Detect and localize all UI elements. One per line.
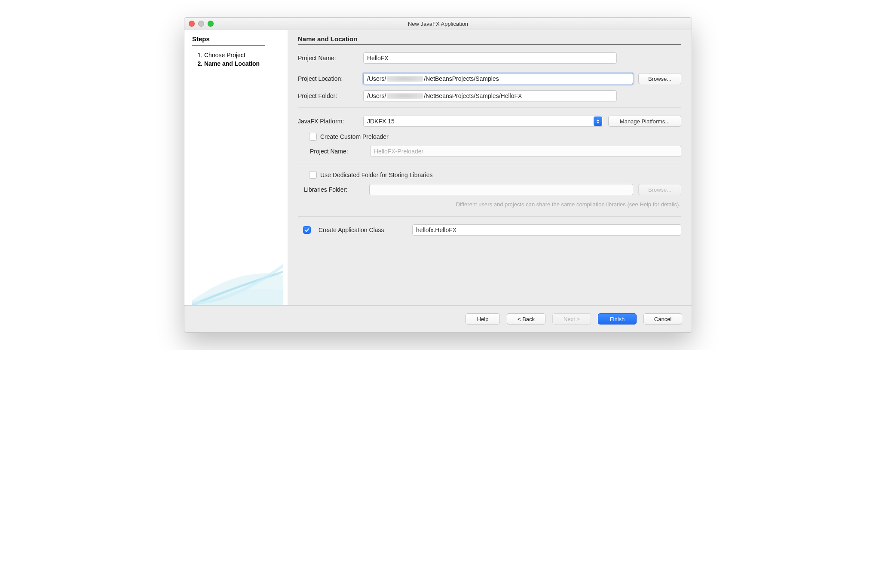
project-folder-display: /Users/ /NetBeansProjects/Samples/HelloF…: [363, 90, 617, 101]
label-project-folder: Project Folder:: [298, 92, 358, 99]
create-app-class-checkbox[interactable]: [303, 226, 311, 234]
dedicated-folder-checkbox[interactable]: [309, 171, 317, 179]
row-dedicated-folder: Use Dedicated Folder for Storing Librari…: [303, 171, 681, 179]
browse-location-button[interactable]: Browse...: [638, 73, 681, 84]
row-project-folder: Project Folder: /Users/ /NetBeansProject…: [298, 90, 681, 101]
folder-suffix: /NetBeansProjects/Samples/HelloFX: [424, 92, 522, 99]
redacted-username: [387, 93, 423, 99]
libraries-hint: Different users and projects can share t…: [298, 201, 680, 208]
project-location-input[interactable]: /Users/ /NetBeansProjects/Samples: [363, 73, 633, 84]
steps-heading: Steps: [192, 35, 283, 43]
manage-platforms-button[interactable]: Manage Platforms...: [608, 116, 681, 127]
divider: [298, 107, 681, 108]
location-prefix: /Users/: [367, 75, 386, 82]
step-2: Name and Location: [204, 60, 283, 67]
divider: [298, 44, 681, 45]
dedicated-folder-label: Use Dedicated Folder for Storing Librari…: [320, 172, 432, 178]
row-project-location: Project Location: /Users/ /NetBeansProje…: [298, 73, 681, 84]
label-preloader-name: Project Name:: [310, 148, 365, 155]
panel-heading: Name and Location: [298, 35, 681, 43]
create-app-class-label: Create Application Class: [319, 227, 404, 233]
create-preloader-checkbox[interactable]: [309, 133, 317, 141]
label-javafx-platform: JavaFX Platform:: [298, 118, 358, 125]
steps-list: Choose Project Name and Location: [192, 50, 283, 69]
wizard-artwork: [192, 245, 283, 305]
dialog-body: Steps Choose Project Name and Location N…: [184, 30, 692, 305]
cancel-button[interactable]: Cancel: [643, 313, 682, 325]
next-button: Next >: [552, 313, 591, 325]
app-class-input[interactable]: [412, 224, 681, 236]
folder-prefix: /Users/: [367, 92, 386, 99]
create-preloader-label: Create Custom Preloader: [320, 133, 389, 140]
window-title: New JavaFX Application: [184, 21, 692, 27]
chevron-updown-icon: [594, 116, 602, 126]
project-name-input[interactable]: [363, 52, 617, 64]
location-suffix: /NetBeansProjects/Samples: [424, 75, 499, 82]
dialog-footer: Help < Back Next > Finish Cancel: [184, 305, 692, 332]
divider: [192, 45, 265, 46]
back-button[interactable]: < Back: [507, 313, 545, 325]
row-preloader-name: Project Name:: [304, 146, 681, 157]
dialog-window: New JavaFX Application Steps Choose Proj…: [184, 17, 692, 333]
label-libraries-folder: Libraries Folder:: [304, 186, 364, 193]
row-project-name: Project Name:: [298, 52, 681, 64]
preloader-name-input: [370, 146, 681, 157]
row-libraries-folder: Libraries Folder: Browse...: [298, 184, 681, 195]
main-panel: Name and Location Project Name: Project …: [288, 30, 692, 305]
platform-value: JDKFX 15: [367, 118, 395, 125]
steps-sidebar: Steps Choose Project Name and Location: [184, 30, 288, 305]
row-create-app-class: Create Application Class: [303, 224, 681, 236]
finish-button[interactable]: Finish: [598, 313, 637, 325]
javafx-platform-select[interactable]: JDKFX 15: [363, 116, 603, 127]
help-button[interactable]: Help: [466, 313, 500, 325]
row-create-preloader: Create Custom Preloader: [303, 133, 681, 141]
redacted-username: [387, 76, 423, 82]
divider: [298, 163, 681, 163]
step-1: Choose Project: [204, 52, 283, 58]
titlebar: New JavaFX Application: [184, 18, 692, 30]
divider: [298, 216, 681, 217]
libraries-folder-input: [369, 184, 633, 195]
row-javafx-platform: JavaFX Platform: JDKFX 15 Manage Platfor…: [298, 116, 681, 127]
label-project-location: Project Location:: [298, 75, 358, 82]
label-project-name: Project Name:: [298, 55, 358, 61]
browse-libraries-button: Browse...: [638, 184, 681, 195]
